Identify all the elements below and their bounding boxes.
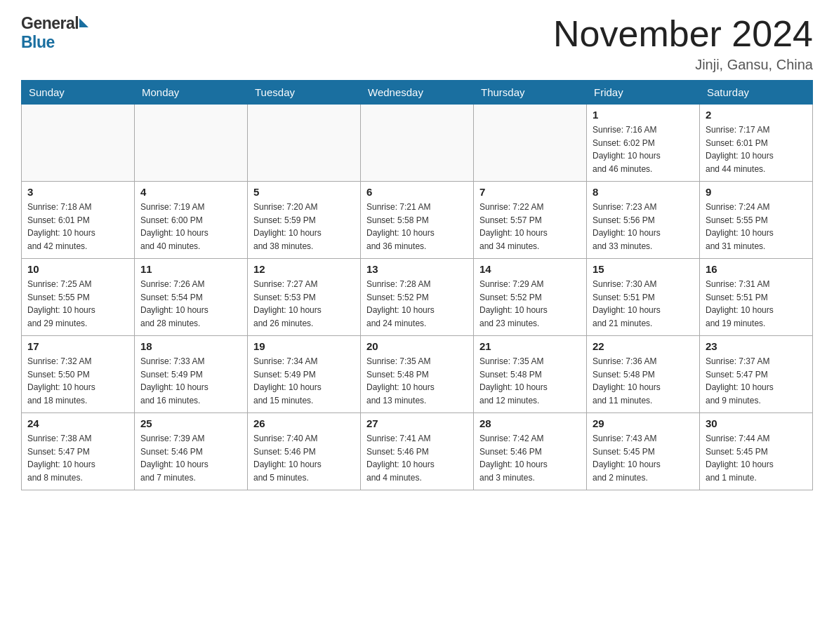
calendar-cell: 21Sunrise: 7:35 AMSunset: 5:48 PMDayligh… xyxy=(474,336,587,413)
calendar-cell: 26Sunrise: 7:40 AMSunset: 5:46 PMDayligh… xyxy=(248,413,361,490)
day-number: 30 xyxy=(706,417,807,429)
day-number: 20 xyxy=(366,340,468,352)
day-info: Sunrise: 7:41 AMSunset: 5:46 PMDaylight:… xyxy=(366,432,468,484)
calendar-cell xyxy=(474,105,587,182)
calendar-week-1: 1Sunrise: 7:16 AMSunset: 6:02 PMDaylight… xyxy=(22,105,813,182)
page-header: General Blue November 2024 Jinji, Gansu,… xyxy=(21,14,813,73)
day-number: 6 xyxy=(366,186,468,198)
day-info: Sunrise: 7:39 AMSunset: 5:46 PMDaylight:… xyxy=(140,432,241,484)
day-info: Sunrise: 7:38 AMSunset: 5:47 PMDaylight:… xyxy=(27,432,128,484)
calendar-cell: 5Sunrise: 7:20 AMSunset: 5:59 PMDaylight… xyxy=(248,182,361,259)
day-info: Sunrise: 7:19 AMSunset: 6:00 PMDaylight:… xyxy=(140,201,241,253)
calendar-cell: 28Sunrise: 7:42 AMSunset: 5:46 PMDayligh… xyxy=(474,413,587,490)
weekday-header-thursday: Thursday xyxy=(474,81,587,105)
calendar-cell xyxy=(135,105,248,182)
logo: General Blue xyxy=(21,14,88,52)
day-info: Sunrise: 7:22 AMSunset: 5:57 PMDaylight:… xyxy=(479,201,581,253)
day-number: 7 xyxy=(479,186,581,198)
calendar-cell: 13Sunrise: 7:28 AMSunset: 5:52 PMDayligh… xyxy=(361,259,474,336)
calendar-week-4: 17Sunrise: 7:32 AMSunset: 5:50 PMDayligh… xyxy=(22,336,813,413)
calendar-cell: 15Sunrise: 7:30 AMSunset: 5:51 PMDayligh… xyxy=(587,259,700,336)
day-number: 15 xyxy=(593,263,694,275)
day-number: 27 xyxy=(366,417,468,429)
day-info: Sunrise: 7:36 AMSunset: 5:48 PMDaylight:… xyxy=(593,355,694,407)
title-block: November 2024 Jinji, Gansu, China xyxy=(553,14,813,73)
day-info: Sunrise: 7:31 AMSunset: 5:51 PMDaylight:… xyxy=(706,278,807,330)
day-number: 8 xyxy=(593,186,694,198)
calendar-cell: 9Sunrise: 7:24 AMSunset: 5:55 PMDaylight… xyxy=(700,182,813,259)
calendar-cell: 25Sunrise: 7:39 AMSunset: 5:46 PMDayligh… xyxy=(135,413,248,490)
calendar-cell: 19Sunrise: 7:34 AMSunset: 5:49 PMDayligh… xyxy=(248,336,361,413)
day-number: 25 xyxy=(140,417,241,429)
calendar-cell: 30Sunrise: 7:44 AMSunset: 5:45 PMDayligh… xyxy=(700,413,813,490)
logo-general-text: General xyxy=(21,14,79,33)
day-info: Sunrise: 7:30 AMSunset: 5:51 PMDaylight:… xyxy=(593,278,694,330)
calendar-cell: 16Sunrise: 7:31 AMSunset: 5:51 PMDayligh… xyxy=(700,259,813,336)
day-number: 24 xyxy=(27,417,128,429)
day-info: Sunrise: 7:27 AMSunset: 5:53 PMDaylight:… xyxy=(253,278,355,330)
day-number: 12 xyxy=(253,263,355,275)
calendar-cell: 8Sunrise: 7:23 AMSunset: 5:56 PMDaylight… xyxy=(587,182,700,259)
calendar-cell xyxy=(361,105,474,182)
weekday-header-tuesday: Tuesday xyxy=(248,81,361,105)
day-number: 10 xyxy=(27,263,128,275)
calendar-cell: 20Sunrise: 7:35 AMSunset: 5:48 PMDayligh… xyxy=(361,336,474,413)
logo-arrow-icon xyxy=(79,18,88,27)
month-title: November 2024 xyxy=(553,14,813,54)
day-info: Sunrise: 7:43 AMSunset: 5:45 PMDaylight:… xyxy=(593,432,694,484)
day-info: Sunrise: 7:26 AMSunset: 5:54 PMDaylight:… xyxy=(140,278,241,330)
day-number: 28 xyxy=(479,417,581,429)
day-info: Sunrise: 7:24 AMSunset: 5:55 PMDaylight:… xyxy=(706,201,807,253)
weekday-header-wednesday: Wednesday xyxy=(361,81,474,105)
day-info: Sunrise: 7:16 AMSunset: 6:02 PMDaylight:… xyxy=(593,123,694,175)
calendar-cell: 22Sunrise: 7:36 AMSunset: 5:48 PMDayligh… xyxy=(587,336,700,413)
day-number: 5 xyxy=(253,186,355,198)
day-number: 9 xyxy=(706,186,807,198)
day-info: Sunrise: 7:25 AMSunset: 5:55 PMDaylight:… xyxy=(27,278,128,330)
calendar-table: SundayMondayTuesdayWednesdayThursdayFrid… xyxy=(21,80,813,490)
calendar-week-3: 10Sunrise: 7:25 AMSunset: 5:55 PMDayligh… xyxy=(22,259,813,336)
day-number: 1 xyxy=(593,109,694,121)
day-info: Sunrise: 7:17 AMSunset: 6:01 PMDaylight:… xyxy=(706,123,807,175)
calendar-cell: 23Sunrise: 7:37 AMSunset: 5:47 PMDayligh… xyxy=(700,336,813,413)
day-info: Sunrise: 7:20 AMSunset: 5:59 PMDaylight:… xyxy=(253,201,355,253)
day-info: Sunrise: 7:37 AMSunset: 5:47 PMDaylight:… xyxy=(706,355,807,407)
day-info: Sunrise: 7:34 AMSunset: 5:49 PMDaylight:… xyxy=(253,355,355,407)
day-number: 29 xyxy=(593,417,694,429)
day-info: Sunrise: 7:18 AMSunset: 6:01 PMDaylight:… xyxy=(27,201,128,253)
day-number: 17 xyxy=(27,340,128,352)
day-number: 2 xyxy=(706,109,807,121)
calendar-cell: 4Sunrise: 7:19 AMSunset: 6:00 PMDaylight… xyxy=(135,182,248,259)
day-number: 23 xyxy=(706,340,807,352)
day-info: Sunrise: 7:32 AMSunset: 5:50 PMDaylight:… xyxy=(27,355,128,407)
day-number: 19 xyxy=(253,340,355,352)
day-number: 3 xyxy=(27,186,128,198)
day-info: Sunrise: 7:35 AMSunset: 5:48 PMDaylight:… xyxy=(366,355,468,407)
calendar-cell: 24Sunrise: 7:38 AMSunset: 5:47 PMDayligh… xyxy=(22,413,135,490)
calendar-cell: 3Sunrise: 7:18 AMSunset: 6:01 PMDaylight… xyxy=(22,182,135,259)
calendar-cell: 12Sunrise: 7:27 AMSunset: 5:53 PMDayligh… xyxy=(248,259,361,336)
day-number: 21 xyxy=(479,340,581,352)
day-info: Sunrise: 7:44 AMSunset: 5:45 PMDaylight:… xyxy=(706,432,807,484)
calendar-cell: 27Sunrise: 7:41 AMSunset: 5:46 PMDayligh… xyxy=(361,413,474,490)
calendar-cell: 17Sunrise: 7:32 AMSunset: 5:50 PMDayligh… xyxy=(22,336,135,413)
calendar-cell: 7Sunrise: 7:22 AMSunset: 5:57 PMDaylight… xyxy=(474,182,587,259)
calendar-cell: 18Sunrise: 7:33 AMSunset: 5:49 PMDayligh… xyxy=(135,336,248,413)
day-number: 11 xyxy=(140,263,241,275)
calendar-cell xyxy=(248,105,361,182)
day-info: Sunrise: 7:33 AMSunset: 5:49 PMDaylight:… xyxy=(140,355,241,407)
day-info: Sunrise: 7:28 AMSunset: 5:52 PMDaylight:… xyxy=(366,278,468,330)
day-number: 14 xyxy=(479,263,581,275)
day-info: Sunrise: 7:23 AMSunset: 5:56 PMDaylight:… xyxy=(593,201,694,253)
day-number: 26 xyxy=(253,417,355,429)
day-number: 16 xyxy=(706,263,807,275)
calendar-cell xyxy=(22,105,135,182)
calendar-cell: 11Sunrise: 7:26 AMSunset: 5:54 PMDayligh… xyxy=(135,259,248,336)
weekday-header-monday: Monday xyxy=(135,81,248,105)
weekday-header-saturday: Saturday xyxy=(700,81,813,105)
location-text: Jinji, Gansu, China xyxy=(553,57,813,73)
weekday-header-row: SundayMondayTuesdayWednesdayThursdayFrid… xyxy=(22,81,813,105)
day-number: 18 xyxy=(140,340,241,352)
calendar-cell: 14Sunrise: 7:29 AMSunset: 5:52 PMDayligh… xyxy=(474,259,587,336)
day-info: Sunrise: 7:21 AMSunset: 5:58 PMDaylight:… xyxy=(366,201,468,253)
